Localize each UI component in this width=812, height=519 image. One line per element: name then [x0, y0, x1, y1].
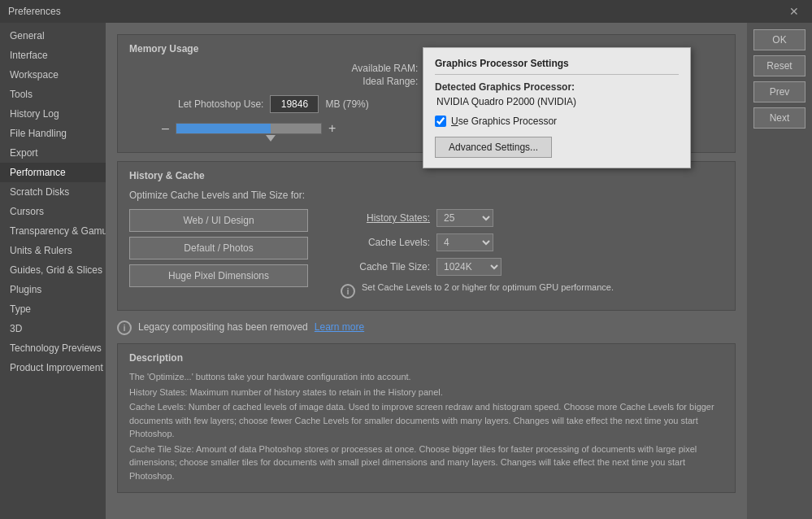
- sidebar-item-tools[interactable]: Tools: [0, 85, 106, 104]
- sidebar-item-scratch-disks[interactable]: Scratch Disks: [0, 182, 106, 202]
- gpu-hint-row: i Set Cache Levels to 2 or higher for op…: [341, 282, 723, 299]
- sidebar-item-transparency---gamut[interactable]: Transparency & Gamut: [0, 221, 106, 241]
- preferences-window: Preferences ✕ GeneralInterfaceWorkspaceT…: [0, 0, 812, 519]
- close-button[interactable]: ✕: [784, 3, 804, 20]
- sidebar-item-3d[interactable]: 3D: [0, 319, 106, 338]
- sidebar-item-product-improvement[interactable]: Product Improvement: [0, 358, 106, 377]
- slider-plus[interactable]: +: [328, 121, 336, 136]
- sidebar-item-export[interactable]: Export: [0, 143, 106, 163]
- memory-unit: MB (79%): [325, 98, 368, 110]
- sidebar-item-history-log[interactable]: History Log: [0, 104, 106, 124]
- gpu-hint-text: Set Cache Levels to 2 or higher for opti…: [362, 282, 614, 292]
- window-title: Preferences: [8, 6, 61, 17]
- description-title: Description: [129, 352, 723, 364]
- cache-tile-size-select[interactable]: 1024K: [436, 258, 502, 276]
- title-bar: Preferences ✕: [0, 0, 812, 23]
- description-section: Description The 'Optimize...' buttons ta…: [117, 343, 736, 493]
- sidebar-item-workspace[interactable]: Workspace: [0, 65, 106, 85]
- optimize-btn-2[interactable]: Huge Pixel Dimensions: [129, 264, 308, 287]
- history-states-select[interactable]: 25: [436, 209, 493, 227]
- optimize-btn-1[interactable]: Default / Photos: [129, 237, 308, 260]
- gpu-overlay-title: Graphics Processor Settings: [435, 58, 679, 75]
- history-cache-title: History & Cache: [129, 170, 723, 181]
- cache-levels-row: Cache Levels: 4: [341, 233, 723, 251]
- advanced-settings-button[interactable]: Advanced Settings...: [435, 137, 552, 158]
- prev-button[interactable]: Prev: [753, 81, 805, 102]
- legacy-text: Legacy compositing has been removed: [138, 321, 308, 333]
- content-area: Memory Usage Available RAM: 25122 MB Ide…: [106, 23, 747, 519]
- sidebar-item-units---rulers[interactable]: Units & Rulers: [0, 241, 106, 260]
- gpu-detected-label: Detected Graphics Processor:: [435, 81, 679, 93]
- slider-fill: [176, 124, 271, 133]
- optimize-label: Optimize Cache Levels and Tile Size for:: [129, 190, 723, 201]
- use-gpu-label: Use Graphics Processor: [451, 116, 557, 127]
- sidebar-item-file-handling[interactable]: File Handling: [0, 124, 106, 143]
- legacy-row: i Legacy compositing has been removed Le…: [117, 319, 736, 335]
- history-cache-body: Web / UI DesignDefault / PhotosHuge Pixe…: [129, 209, 723, 299]
- cache-levels-select[interactable]: 4: [436, 233, 493, 251]
- sidebar-item-cursors[interactable]: Cursors: [0, 202, 106, 221]
- use-gpu-checkbox[interactable]: [435, 116, 446, 127]
- ideal-range-label: Ideal Range:: [129, 76, 418, 87]
- available-ram-label: Available RAM:: [129, 63, 418, 74]
- reset-button[interactable]: Reset: [753, 55, 805, 76]
- history-cache-section: History & Cache Optimize Cache Levels an…: [117, 161, 736, 311]
- photoshop-use-input[interactable]: [270, 95, 319, 113]
- sidebar-item-guides--grid---slices[interactable]: Guides, Grid & Slices: [0, 260, 106, 280]
- slider-thumb: [266, 135, 276, 142]
- sidebar: GeneralInterfaceWorkspaceToolsHistory Lo…: [0, 23, 106, 519]
- slider-minus[interactable]: –: [162, 121, 169, 136]
- ok-button[interactable]: OK: [753, 29, 805, 50]
- gpu-overlay: Graphics Processor Settings Detected Gra…: [423, 47, 691, 168]
- sidebar-item-interface[interactable]: Interface: [0, 46, 106, 65]
- sidebar-item-technology-previews[interactable]: Technology Previews: [0, 338, 106, 358]
- description-text: The 'Optimize...' buttons take your hard…: [129, 370, 723, 482]
- history-states-label-text: History States:: [367, 212, 430, 224]
- cache-levels-label: Cache Levels:: [341, 237, 430, 248]
- gpu-name: NVIDIA Quadro P2000 (NVIDIA): [435, 96, 679, 107]
- sidebar-item-type[interactable]: Type: [0, 299, 106, 319]
- info-icon: i: [341, 284, 355, 299]
- history-states-row: History States: 25: [341, 209, 723, 227]
- history-states-label: History States:: [341, 212, 430, 224]
- next-button[interactable]: Next: [753, 107, 805, 129]
- optimize-btn-0[interactable]: Web / UI Design: [129, 209, 308, 232]
- right-buttons-panel: OKResetPrevNext: [747, 23, 812, 519]
- legacy-info-icon: i: [117, 321, 132, 335]
- optimize-buttons: Web / UI DesignDefault / PhotosHuge Pixe…: [129, 209, 308, 299]
- sidebar-item-performance[interactable]: Performance: [0, 163, 106, 182]
- cache-tile-size-row: Cache Tile Size: 1024K: [341, 258, 723, 276]
- learn-more-link[interactable]: Learn more: [315, 321, 364, 333]
- use-gpu-row: Use Graphics Processor: [435, 116, 679, 127]
- cache-tile-size-label: Cache Tile Size:: [341, 261, 430, 273]
- sidebar-item-general[interactable]: General: [0, 26, 106, 46]
- main-content: GeneralInterfaceWorkspaceToolsHistory Lo…: [0, 23, 812, 519]
- cache-settings: History States: 25 Cache Levels: 4: [308, 209, 723, 299]
- let-photoshop-label: Let Photoshop Use:: [178, 98, 263, 110]
- sidebar-item-plugins[interactable]: Plugins: [0, 280, 106, 299]
- memory-slider[interactable]: [176, 123, 322, 134]
